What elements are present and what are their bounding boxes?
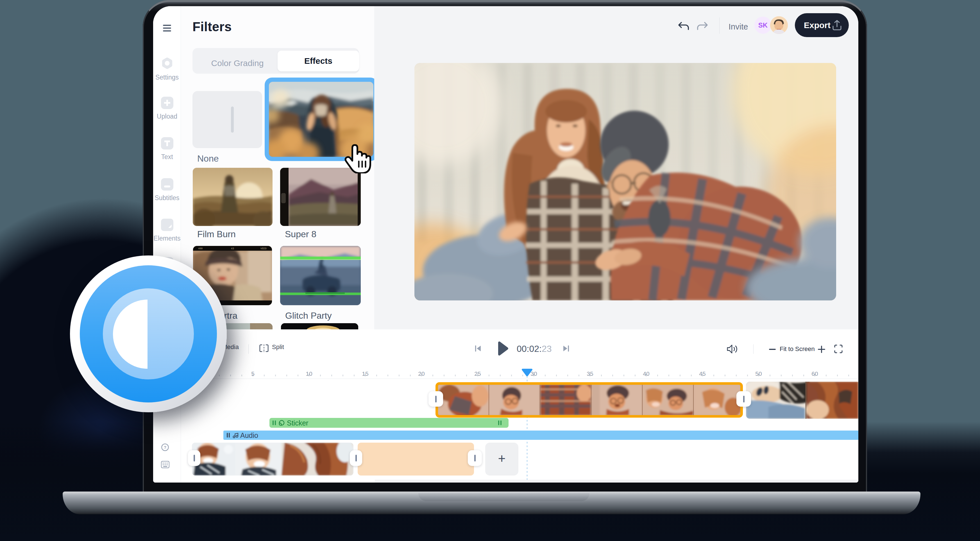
svg-text:43: 43 (231, 247, 234, 250)
svg-text:?: ? (164, 445, 166, 450)
svg-text:400: 400 (198, 247, 202, 250)
svg-text:VEED: VEED (261, 247, 267, 250)
